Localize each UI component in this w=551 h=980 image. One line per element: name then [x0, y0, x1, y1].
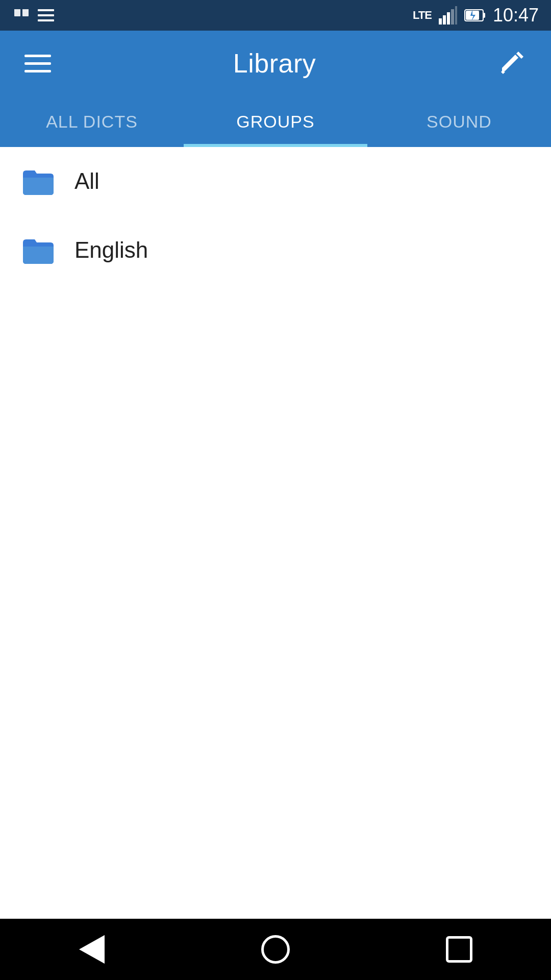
- menu-bar-line2: [24, 62, 51, 65]
- svg-rect-5: [38, 14, 54, 16]
- signal-icon: [439, 6, 457, 24]
- folder-icon-english: [20, 232, 56, 268]
- svg-rect-8: [443, 15, 446, 24]
- nav-bar: [0, 919, 551, 980]
- recents-button[interactable]: [429, 929, 490, 970]
- status-bar: LTE 10:47: [0, 0, 551, 31]
- list-item-all-label: All: [74, 168, 99, 194]
- menu-bar-line1: [24, 55, 51, 57]
- list-item-english-label: English: [74, 237, 148, 263]
- tab-sound-label: SOUND: [427, 112, 492, 132]
- svg-rect-3: [22, 8, 29, 9]
- battery-icon: [464, 8, 486, 23]
- status-bar-right: LTE 10:47: [413, 5, 539, 26]
- menu-notification-icon: [37, 6, 55, 24]
- tab-groups-label: GROUPS: [236, 112, 314, 132]
- status-bar-left: [12, 6, 55, 24]
- tab-groups[interactable]: GROUPS: [184, 96, 367, 147]
- status-time: 10:47: [493, 5, 539, 26]
- pencil-icon: [498, 48, 527, 77]
- svg-rect-9: [447, 12, 450, 24]
- svg-rect-0: [14, 8, 20, 16]
- notification-icon: [12, 6, 31, 24]
- svg-rect-4: [38, 9, 54, 11]
- svg-rect-2: [22, 8, 29, 16]
- back-triangle-icon: [79, 935, 105, 964]
- list-item-english[interactable]: English: [0, 216, 551, 285]
- folder-icon-all: [20, 163, 56, 199]
- menu-button[interactable]: [20, 51, 55, 77]
- content-area: All English: [0, 147, 551, 285]
- svg-rect-6: [38, 19, 54, 21]
- svg-rect-14: [483, 13, 485, 18]
- edit-button[interactable]: [494, 44, 531, 83]
- home-button[interactable]: [245, 929, 306, 970]
- tab-bar: ALL DICTS GROUPS SOUND: [0, 96, 551, 147]
- svg-rect-7: [439, 18, 442, 24]
- recents-square-icon: [446, 936, 472, 963]
- svg-rect-11: [455, 6, 457, 24]
- svg-rect-10: [451, 9, 454, 24]
- list-item-all[interactable]: All: [0, 147, 551, 216]
- home-circle-icon: [261, 935, 290, 964]
- lte-icon: LTE: [413, 9, 432, 22]
- app-bar: Library: [0, 31, 551, 96]
- tab-all-dicts-label: ALL DICTS: [46, 112, 138, 132]
- menu-bar-line3: [24, 70, 51, 72]
- tab-all-dicts[interactable]: ALL DICTS: [0, 96, 184, 147]
- tab-sound[interactable]: SOUND: [367, 96, 551, 147]
- svg-rect-1: [14, 8, 20, 9]
- app-title: Library: [233, 48, 316, 79]
- back-button[interactable]: [61, 929, 122, 970]
